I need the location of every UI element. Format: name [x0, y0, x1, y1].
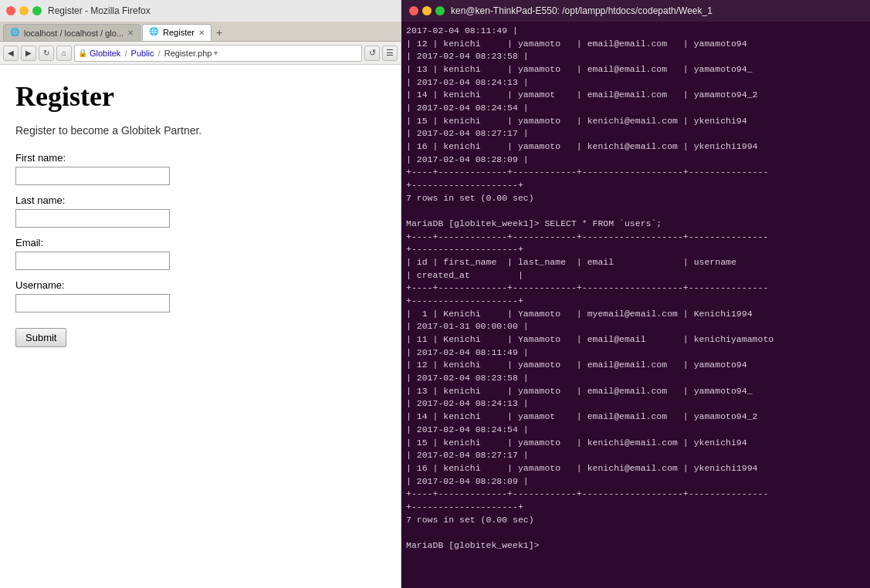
breadcrumb-sep2: /	[158, 49, 161, 58]
terminal-title-text: ken@ken-ThinkPad-E550: /opt/lampp/htdocs…	[451, 5, 713, 16]
tab-close-inactive[interactable]: ✕	[127, 29, 134, 37]
minimize-button[interactable]	[19, 6, 29, 15]
first-name-input[interactable]	[15, 167, 170, 185]
maximize-button[interactable]	[32, 6, 42, 15]
menu-button[interactable]: ☰	[382, 46, 398, 61]
tab-localhost[interactable]: 🌐 localhost / localhost / glo... ✕	[3, 24, 140, 41]
email-label: Email:	[15, 237, 385, 248]
breadcrumb-sep1: /	[124, 49, 127, 58]
terminal-minimize-button[interactable]	[422, 6, 432, 15]
browser-title-bar: Register - Mozilla Firefox	[0, 0, 401, 22]
terminal-close-button[interactable]	[409, 6, 418, 15]
email-input[interactable]	[15, 252, 170, 270]
tab-active-label: Register	[163, 28, 195, 37]
window-controls[interactable]	[6, 6, 42, 15]
last-name-label: Last name:	[15, 194, 385, 206]
tab-inactive-label: localhost / localhost / glo...	[24, 29, 124, 38]
submit-button[interactable]: Submit	[15, 328, 66, 347]
refresh-button[interactable]: ↺	[364, 46, 380, 61]
breadcrumb-public[interactable]: Public	[131, 49, 154, 58]
terminal-container: 2017-02-04 08:11:49 | | 12 | kenichi | y…	[401, 22, 870, 588]
terminal-maximize-button[interactable]	[435, 6, 445, 15]
tab-register[interactable]: 🌐 Register ✕	[142, 24, 212, 41]
lock-icon: 🔒	[78, 49, 87, 57]
breadcrumb-register[interactable]: Register.php	[164, 49, 212, 58]
address-bar-container: 🔒 Globitek / Public / Register.php ▾	[74, 45, 362, 62]
tab-favicon-inactive: 🌐	[10, 28, 21, 39]
terminal-window-controls[interactable]	[409, 6, 445, 15]
tab-favicon-active: 🌐	[149, 27, 160, 38]
address-arrow-icon: ▾	[214, 49, 218, 57]
breadcrumb-path: Globitek / Public / Register.php	[90, 49, 212, 58]
username-group: Username:	[15, 279, 385, 313]
email-group: Email:	[15, 237, 385, 270]
back-button[interactable]: ◀	[3, 46, 19, 61]
reload-button[interactable]: ↻	[39, 46, 54, 61]
page-title: Register	[15, 80, 385, 113]
home-button[interactable]: ⌂	[56, 46, 72, 61]
breadcrumb-globitek[interactable]: Globitek	[90, 49, 120, 58]
new-tab-button[interactable]: +	[216, 24, 222, 41]
browser-body: Register Register to become a Globitek P…	[0, 65, 401, 588]
forward-button[interactable]: ▶	[21, 46, 36, 61]
username-input[interactable]	[15, 294, 170, 313]
browser-tabs: 🌐 localhost / localhost / glo... ✕ 🌐 Reg…	[0, 22, 401, 42]
first-name-group: First name:	[15, 152, 385, 185]
last-name-group: Last name:	[15, 194, 385, 228]
browser-toolbar: ◀ ▶ ↻ ⌂ 🔒 Globitek / Public / Register.p…	[0, 42, 401, 65]
first-name-label: First name:	[15, 152, 385, 164]
terminal-title-bar: ken@ken-ThinkPad-E550: /opt/lampp/htdocs…	[401, 0, 870, 22]
browser-panel: 🌐 localhost / localhost / glo... ✕ 🌐 Reg…	[0, 22, 401, 588]
browser-title: Register - Mozilla Firefox	[48, 5, 151, 16]
terminal-output[interactable]: 2017-02-04 08:11:49 | | 12 | kenichi | y…	[401, 22, 870, 588]
last-name-input[interactable]	[15, 209, 170, 228]
page-subtitle: Register to become a Globitek Partner.	[15, 124, 385, 137]
close-button[interactable]	[6, 6, 15, 15]
username-label: Username:	[15, 279, 385, 291]
tab-close-active[interactable]: ✕	[198, 29, 205, 37]
